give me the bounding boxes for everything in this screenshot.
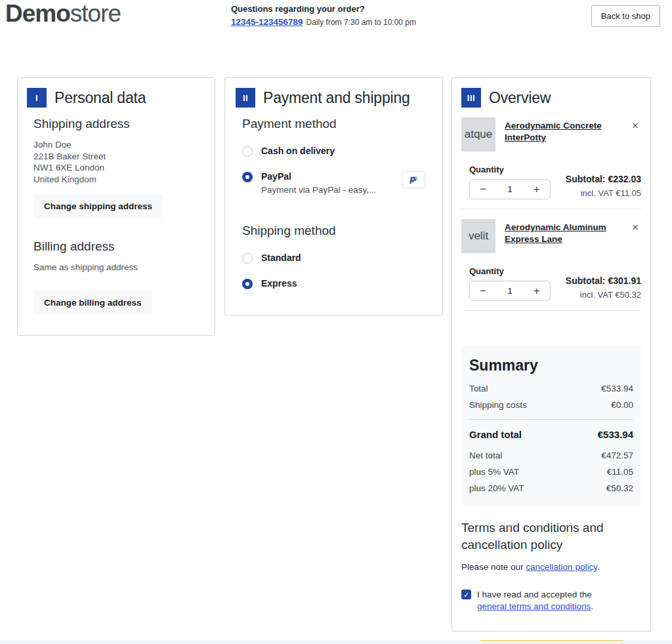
vat5-label: plus 5% VAT	[469, 467, 519, 477]
net-total-label: Net total	[469, 451, 502, 460]
decrease-quantity-icon[interactable]: −	[470, 183, 497, 196]
quantity-block: Quantity − 1 +	[469, 266, 551, 301]
express-label: Express	[261, 278, 297, 289]
shipping-option-express[interactable]: Express	[242, 278, 425, 289]
address-name: John Doe	[33, 139, 199, 151]
remove-item-icon[interactable]: ×	[632, 222, 639, 233]
logo-light-part: store	[70, 0, 121, 27]
item-vat: incl. VAT €50.32	[566, 290, 641, 300]
cash-on-delivery-label: Cash on delivery	[261, 146, 335, 156]
personal-data-title: Personal data	[54, 89, 146, 107]
phone-link[interactable]: 12345-123456789	[231, 17, 303, 27]
item-totals: Subtotal: €301.91 incl. VAT €50.32	[566, 275, 641, 301]
cart-item-1-top: atque Aerodynamic Concrete InterPotty	[461, 117, 641, 151]
accept-prefix: I have read and accepted the	[477, 590, 592, 599]
order-summary-panel: Summary Total €533.94 Shipping costs €0.…	[461, 346, 641, 506]
grand-total-value: €533.94	[598, 429, 633, 440]
product-name-link[interactable]: Aerodynamic Aluminum Express Lane	[505, 219, 629, 253]
decrease-quantity-icon[interactable]: −	[470, 285, 497, 298]
summary-row-vat20: plus 20% VAT €50.32	[469, 483, 633, 493]
subtotal-value: €301.91	[608, 275, 641, 286]
item-subtotal: Subtotal: €232.03	[566, 174, 641, 184]
radio-paypal[interactable]	[242, 172, 253, 182]
cancellation-policy-link[interactable]: cancellation policy	[526, 562, 597, 572]
shipping-costs-value: €0.00	[611, 400, 633, 410]
quantity-stepper[interactable]: − 1 +	[469, 179, 551, 199]
vat20-value: €50.32	[606, 483, 633, 493]
cancellation-note: Please note our cancellation policy.	[461, 562, 641, 572]
paypal-label: PayPal	[261, 171, 393, 182]
accept-suffix: .	[591, 601, 593, 611]
checkout-page: Demostore Questions regarding your order…	[0, 0, 672, 644]
quantity-value: 1	[497, 184, 524, 194]
cart-item-1-controls: Quantity − 1 + Subtotal: €232.03 incl. V…	[461, 165, 641, 199]
billing-address-heading: Billing address	[33, 239, 199, 254]
radio-express[interactable]	[242, 279, 253, 289]
radio-standard[interactable]	[242, 253, 253, 264]
remove-item-icon[interactable]: ×	[632, 120, 639, 131]
payment-option-cash[interactable]: Cash on delivery	[242, 146, 425, 157]
header-contact-block: Questions regarding your order? 12345-12…	[231, 4, 416, 27]
quantity-stepper[interactable]: − 1 +	[469, 281, 551, 301]
radio-cash-on-delivery[interactable]	[242, 146, 253, 157]
paypal-icon: P P	[402, 171, 425, 188]
payment-shipping-header: II Payment and shipping	[236, 88, 425, 108]
note-suffix: .	[597, 562, 600, 572]
questions-title: Questions regarding your order?	[231, 4, 416, 14]
net-total-value: €472.57	[601, 451, 633, 460]
step-1-badge: I	[27, 88, 47, 108]
paypal-option-text: PayPal Payment via PayPal - easy,...	[261, 171, 393, 195]
item-totals: Subtotal: €232.03 incl. VAT €11.05	[566, 174, 641, 199]
terms-heading: Terms and conditions and cancellation po…	[461, 519, 641, 553]
increase-quantity-icon[interactable]: +	[523, 183, 550, 196]
quantity-label: Quantity	[469, 165, 551, 174]
shipping-costs-label: Shipping costs	[469, 400, 527, 410]
address-city: NW1 6XE London	[33, 162, 199, 174]
logo-bold-part: Demo	[5, 0, 70, 27]
cart-item-2-top: velit Aerodynamic Aluminum Express Lane	[461, 219, 641, 253]
payment-option-paypal[interactable]: PayPal Payment via PayPal - easy,... P P	[242, 171, 425, 195]
cart-item-2-bottom: Quantity − 1 + Subtotal: €301.91 incl. V…	[469, 266, 641, 301]
product-name-link[interactable]: Aerodynamic Concrete InterPotty	[505, 117, 629, 151]
store-logo[interactable]: Demostore	[5, 0, 121, 28]
shipping-address-heading: Shipping address	[33, 117, 199, 131]
terms-acceptance-text: I have read and accepted the general ter…	[477, 589, 593, 613]
item-subtotal: Subtotal: €301.91	[566, 275, 641, 286]
address-street: 221B Baker Street	[33, 151, 199, 163]
shipping-address-block: John Doe 221B Baker Street NW1 6XE Londo…	[33, 139, 199, 185]
summary-row-net-total: Net total €472.57	[469, 451, 633, 460]
personal-data-card: I Personal data Shipping address John Do…	[17, 77, 215, 336]
change-shipping-address-button[interactable]: Change shipping address	[33, 194, 163, 218]
summary-row-shipping: Shipping costs €0.00	[469, 400, 633, 410]
increase-quantity-icon[interactable]: +	[523, 285, 550, 298]
note-prefix: Please note our	[461, 562, 526, 572]
subtotal-label: Subtotal:	[566, 275, 606, 286]
cart-item-1: atque Aerodynamic Concrete InterPotty × …	[461, 117, 641, 209]
item-vat: incl. VAT €11.05	[566, 188, 641, 198]
summary-row-grand-total: Grand total €533.94	[469, 429, 633, 440]
payment-shipping-title: Payment and shipping	[263, 89, 410, 107]
payment-method-heading: Payment method	[242, 117, 425, 131]
step-3-badge: III	[461, 88, 481, 108]
cart-item-2: velit Aerodynamic Aluminum Express Lane …	[461, 219, 641, 311]
terms-acceptance-row: ✓ I have read and accepted the general t…	[461, 589, 641, 613]
total-label: Total	[469, 384, 488, 393]
service-hours: Daily from 7:30 am to 10:00 pm	[306, 18, 416, 27]
shipping-option-standard[interactable]: Standard	[242, 252, 425, 264]
summary-row-vat5: plus 5% VAT €11.05	[469, 467, 633, 477]
paypal-description: Payment via PayPal - easy,...	[261, 185, 393, 195]
shipping-method-heading: Shipping method	[242, 224, 425, 238]
summary-row-total: Total €533.94	[469, 384, 633, 393]
standard-label: Standard	[261, 252, 301, 263]
product-thumbnail: atque	[461, 117, 495, 151]
quantity-block: Quantity − 1 +	[469, 165, 551, 199]
summary-divider	[469, 419, 633, 420]
general-terms-link[interactable]: general terms and conditions	[477, 601, 591, 611]
back-to-shop-button[interactable]: Back to shop	[591, 5, 660, 27]
subtotal-value: €232.03	[608, 174, 641, 184]
change-billing-address-button[interactable]: Change billing address	[33, 291, 152, 315]
vat5-value: €11.05	[607, 467, 633, 477]
terms-checkbox[interactable]: ✓	[461, 590, 471, 599]
overview-card: III Overview atque Aerodynamic Concrete …	[452, 77, 651, 632]
cart-item-2-controls: Quantity − 1 + Subtotal: €301.91 incl. V…	[461, 266, 641, 301]
